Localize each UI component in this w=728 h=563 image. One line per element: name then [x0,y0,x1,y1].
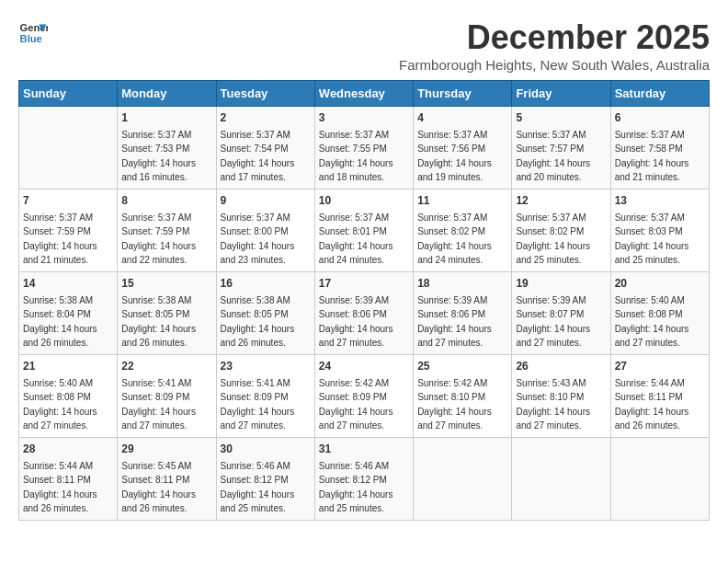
day-number: 4 [417,110,507,126]
sunset-info: Sunset: 8:06 PM [319,309,387,319]
sunset-info: Sunset: 8:12 PM [319,475,387,485]
calendar-week-4: 21 Sunrise: 5:40 AM Sunset: 8:08 PM Dayl… [19,355,710,438]
calendar-cell: 30 Sunrise: 5:46 AM Sunset: 8:12 PM Dayl… [216,438,314,521]
sunset-info: Sunset: 8:12 PM [221,475,289,485]
day-number: 1 [121,110,211,126]
calendar-cell [610,438,709,521]
calendar-cell: 17 Sunrise: 5:39 AM Sunset: 8:06 PM Dayl… [314,272,413,355]
sunset-info: Sunset: 8:04 PM [23,309,91,319]
sunrise-info: Sunrise: 5:37 AM [615,213,685,223]
daylight-info: Daylight: 14 hours and 21 minutes. [615,158,689,182]
sunrise-info: Sunrise: 5:37 AM [516,130,586,140]
sunrise-info: Sunrise: 5:37 AM [319,130,389,140]
page-header: General Blue December 2025 Farmborough H… [18,18,710,73]
sunrise-info: Sunrise: 5:44 AM [615,378,685,388]
day-number: 18 [417,276,507,292]
calendar-cell: 1 Sunrise: 5:37 AM Sunset: 7:53 PM Dayli… [118,107,216,190]
day-number: 7 [23,193,113,209]
calendar-cell: 16 Sunrise: 5:38 AM Sunset: 8:05 PM Dayl… [216,272,314,355]
sunset-info: Sunset: 7:56 PM [417,144,485,154]
day-number: 22 [121,359,211,374]
calendar-cell: 6 Sunrise: 5:37 AM Sunset: 7:58 PM Dayli… [610,107,709,190]
day-number: 16 [221,276,311,292]
sunrise-info: Sunrise: 5:37 AM [221,213,290,223]
daylight-info: Daylight: 14 hours and 27 minutes. [615,324,689,348]
daylight-info: Daylight: 14 hours and 26 minutes. [121,489,196,513]
sunrise-info: Sunrise: 5:39 AM [516,295,586,305]
daylight-info: Daylight: 14 hours and 16 minutes. [121,158,196,182]
sunset-info: Sunset: 7:53 PM [121,144,189,154]
header-wednesday: Wednesday [314,81,413,107]
sunrise-info: Sunrise: 5:37 AM [121,213,191,223]
sunset-info: Sunset: 8:11 PM [615,392,683,402]
location-subtitle: Farmborough Heights, New South Wales, Au… [399,57,710,73]
sunset-info: Sunset: 8:10 PM [516,392,584,402]
month-title: December 2025 [399,18,710,57]
calendar-cell: 21 Sunrise: 5:40 AM Sunset: 8:08 PM Dayl… [19,355,118,438]
day-number: 17 [319,276,409,292]
daylight-info: Daylight: 14 hours and 27 minutes. [221,407,295,431]
sunrise-info: Sunrise: 5:37 AM [615,130,685,140]
day-number: 5 [516,110,606,126]
daylight-info: Daylight: 14 hours and 25 minutes. [516,241,590,265]
calendar-week-1: 1 Sunrise: 5:37 AM Sunset: 7:53 PM Dayli… [19,107,710,190]
sunset-info: Sunset: 7:57 PM [516,144,584,154]
day-number: 14 [23,276,113,292]
sunrise-info: Sunrise: 5:42 AM [417,378,487,388]
day-number: 30 [221,442,311,457]
calendar-cell: 9 Sunrise: 5:37 AM Sunset: 8:00 PM Dayli… [216,190,314,272]
sunset-info: Sunset: 8:01 PM [319,226,387,236]
sunset-info: Sunset: 8:08 PM [615,309,683,319]
sunrise-info: Sunrise: 5:46 AM [319,461,389,471]
header-friday: Friday [512,81,610,107]
daylight-info: Daylight: 14 hours and 27 minutes. [121,407,196,431]
calendar-cell: 31 Sunrise: 5:46 AM Sunset: 8:12 PM Dayl… [314,438,413,521]
sunrise-info: Sunrise: 5:37 AM [319,213,389,223]
sunset-info: Sunset: 8:03 PM [615,226,683,236]
sunrise-info: Sunrise: 5:39 AM [417,295,487,305]
calendar-cell: 8 Sunrise: 5:37 AM Sunset: 7:59 PM Dayli… [118,190,216,272]
calendar-week-2: 7 Sunrise: 5:37 AM Sunset: 7:59 PM Dayli… [19,190,710,272]
day-number: 19 [516,276,606,292]
sunrise-info: Sunrise: 5:40 AM [23,378,93,388]
sunrise-info: Sunrise: 5:38 AM [23,295,93,305]
sunrise-info: Sunrise: 5:43 AM [516,378,586,388]
calendar-cell: 25 Sunrise: 5:42 AM Sunset: 8:10 PM Dayl… [414,355,512,438]
calendar-cell: 22 Sunrise: 5:41 AM Sunset: 8:09 PM Dayl… [118,355,216,438]
sunrise-info: Sunrise: 5:37 AM [221,130,290,140]
daylight-info: Daylight: 14 hours and 17 minutes. [221,158,295,182]
title-block: December 2025 Farmborough Heights, New S… [399,18,710,73]
sunrise-info: Sunrise: 5:40 AM [615,295,685,305]
daylight-info: Daylight: 14 hours and 20 minutes. [516,158,590,182]
day-number: 23 [221,359,311,374]
calendar-cell: 20 Sunrise: 5:40 AM Sunset: 8:08 PM Dayl… [610,272,709,355]
sunrise-info: Sunrise: 5:37 AM [121,130,191,140]
header-monday: Monday [118,81,216,107]
calendar-cell: 2 Sunrise: 5:37 AM Sunset: 7:54 PM Dayli… [216,107,314,190]
daylight-info: Daylight: 14 hours and 26 minutes. [615,407,689,431]
sunset-info: Sunset: 7:54 PM [221,144,289,154]
day-number: 29 [121,442,211,457]
day-number: 6 [615,110,705,126]
sunset-info: Sunset: 7:58 PM [615,144,683,154]
calendar-table: SundayMondayTuesdayWednesdayThursdayFrid… [18,80,710,521]
daylight-info: Daylight: 14 hours and 27 minutes. [516,407,590,431]
sunset-info: Sunset: 8:11 PM [23,475,91,485]
sunrise-info: Sunrise: 5:37 AM [23,213,93,223]
day-number: 26 [516,359,606,374]
calendar-cell: 10 Sunrise: 5:37 AM Sunset: 8:01 PM Dayl… [314,190,413,272]
day-number: 20 [615,276,705,292]
calendar-cell: 27 Sunrise: 5:44 AM Sunset: 8:11 PM Dayl… [610,355,709,438]
day-number: 10 [319,193,409,209]
sunset-info: Sunset: 8:09 PM [319,392,387,402]
calendar-cell: 15 Sunrise: 5:38 AM Sunset: 8:05 PM Dayl… [118,272,216,355]
sunset-info: Sunset: 8:09 PM [221,392,289,402]
sunrise-info: Sunrise: 5:41 AM [121,378,191,388]
calendar-cell: 3 Sunrise: 5:37 AM Sunset: 7:55 PM Dayli… [314,107,413,190]
daylight-info: Daylight: 14 hours and 27 minutes. [23,407,97,431]
sunset-info: Sunset: 8:06 PM [417,309,485,319]
day-number: 24 [319,359,409,374]
calendar-cell: 11 Sunrise: 5:37 AM Sunset: 8:02 PM Dayl… [414,190,512,272]
calendar-cell: 5 Sunrise: 5:37 AM Sunset: 7:57 PM Dayli… [512,107,610,190]
svg-text:Blue: Blue [20,33,42,44]
